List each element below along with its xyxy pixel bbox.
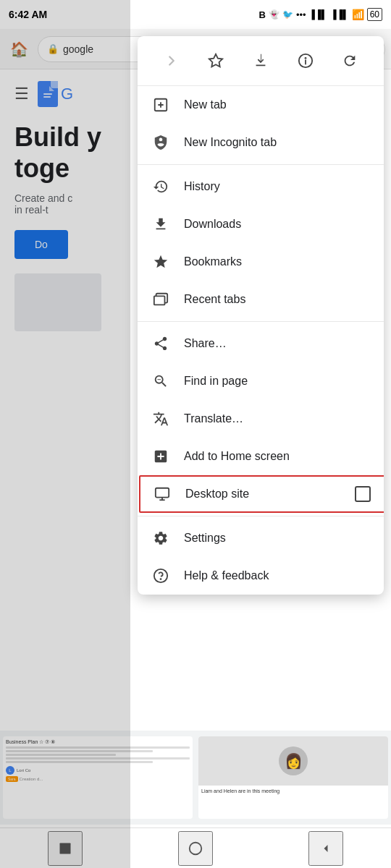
divider-2	[138, 321, 384, 322]
forward-button[interactable]	[156, 45, 188, 77]
svg-point-18	[190, 842, 202, 854]
signal-icon2: ▐▐▌	[330, 9, 349, 20]
refresh-button[interactable]	[334, 45, 366, 77]
new-tab-item[interactable]: New tab	[138, 86, 384, 124]
help-feedback-item[interactable]: Help & feedback	[138, 557, 384, 595]
status-icons: B 👻 🐦 ••• ▐▐▌ ▐▐▌ 📶 60	[259, 8, 382, 21]
nav-home-button[interactable]	[178, 831, 213, 866]
history-label: History	[184, 180, 369, 193]
find-in-page-item[interactable]: Find in page	[138, 362, 384, 400]
new-incognito-tab-item[interactable]: New Incognito tab	[138, 124, 384, 161]
b-icon: B	[259, 9, 266, 20]
more-icon: •••	[296, 9, 306, 20]
new-tab-label: New tab	[184, 98, 369, 111]
new-incognito-label: New Incognito tab	[184, 136, 369, 149]
add-to-home-label: Add to Home screen	[184, 450, 369, 463]
find-icon	[152, 373, 169, 390]
bookmark-button[interactable]	[200, 45, 232, 77]
battery-icon: 60	[367, 8, 382, 21]
bookmarks-icon	[152, 253, 169, 271]
bottom-thumb-2: 👩 Liam and Helen are in this meeting	[198, 736, 388, 819]
translate-label: Translate…	[184, 412, 369, 425]
divider-1	[138, 164, 384, 165]
snapchat-icon: 👻	[269, 9, 279, 20]
desktop-site-checkbox[interactable]	[355, 486, 371, 502]
desktop-site-label: Desktop site	[185, 488, 340, 501]
recent-tabs-item[interactable]: Recent tabs	[138, 281, 384, 318]
add-home-icon	[152, 448, 169, 465]
settings-icon	[152, 529, 169, 547]
help-icon	[152, 567, 169, 584]
svg-marker-3	[209, 54, 222, 67]
download-button[interactable]	[245, 45, 277, 77]
desktop-icon	[154, 485, 171, 503]
svg-marker-19	[324, 845, 328, 852]
add-to-home-item[interactable]: Add to Home screen	[138, 438, 384, 475]
downloads-icon	[152, 216, 169, 233]
svg-rect-12	[156, 488, 169, 498]
svg-rect-11	[157, 379, 161, 380]
svg-rect-10	[154, 296, 165, 305]
bookmarks-label: Bookmarks	[184, 255, 369, 268]
incognito-icon	[152, 134, 169, 151]
recent-tabs-label: Recent tabs	[184, 293, 369, 306]
wifi-icon: 📶	[352, 9, 364, 20]
recent-tabs-icon	[152, 291, 169, 308]
settings-label: Settings	[184, 532, 369, 545]
share-icon	[152, 335, 169, 352]
menu-topbar	[138, 36, 384, 86]
share-label: Share…	[184, 337, 369, 350]
translate-icon	[152, 410, 169, 427]
share-item[interactable]: Share…	[138, 325, 384, 362]
new-tab-icon	[152, 96, 169, 114]
history-icon	[152, 178, 169, 195]
overlay-dim	[0, 0, 130, 868]
help-feedback-label: Help & feedback	[184, 569, 369, 582]
history-item[interactable]: History	[138, 168, 384, 205]
dropdown-menu: New tab New Incognito tab History Downlo…	[138, 36, 384, 595]
desktop-site-item[interactable]: Desktop site	[139, 475, 384, 513]
find-in-page-label: Find in page	[184, 375, 369, 388]
translate-item[interactable]: Translate…	[138, 400, 384, 438]
twitter-icon: 🐦	[282, 9, 293, 20]
downloads-label: Downloads	[184, 218, 369, 231]
divider-3	[138, 516, 384, 516]
settings-item[interactable]: Settings	[138, 519, 384, 557]
bookmarks-item[interactable]: Bookmarks	[138, 243, 384, 281]
signal-icon1: ▐▐▌	[309, 9, 328, 20]
info-button[interactable]	[290, 45, 321, 77]
downloads-item[interactable]: Downloads	[138, 205, 384, 243]
nav-back-button[interactable]	[308, 831, 343, 866]
